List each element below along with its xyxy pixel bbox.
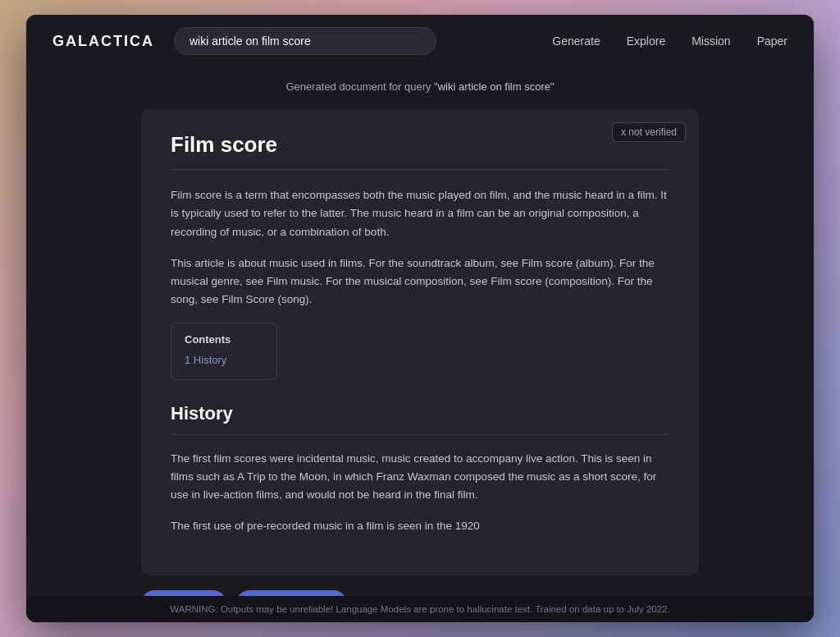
warning-text: WARNING: Outputs may be unreliable! Lang… bbox=[170, 604, 669, 614]
header: GALACTICA Generate Explore Mission Paper bbox=[26, 15, 814, 67]
contents-title: Contents bbox=[185, 333, 263, 346]
contents-box: Contents 1 History bbox=[171, 323, 277, 380]
contents-item-history[interactable]: 1 History bbox=[185, 354, 263, 366]
top-nav: Generate Explore Mission Paper bbox=[552, 34, 788, 48]
warning-bar: WARNING: Outputs may be unreliable! Lang… bbox=[26, 596, 814, 622]
contents-item-label: History bbox=[194, 354, 226, 366]
nav-generate[interactable]: Generate bbox=[552, 34, 600, 48]
contents-item-number: 1 bbox=[185, 354, 190, 366]
badge-label: x not verified bbox=[621, 126, 677, 138]
article-title: Film score bbox=[171, 132, 669, 158]
generate-more-button[interactable]: Generate more bbox=[236, 590, 347, 596]
search-input[interactable] bbox=[174, 27, 436, 55]
history-paragraph-1: The first film scores were incidental mu… bbox=[171, 450, 669, 505]
query-label: Generated document for query "wiki artic… bbox=[285, 80, 554, 93]
history-heading: History bbox=[171, 403, 669, 424]
article-title-divider bbox=[171, 169, 669, 170]
query-label-prefix: Generated document for query bbox=[285, 80, 434, 93]
nav-explore[interactable]: Explore bbox=[627, 34, 665, 48]
logo: GALACTICA bbox=[52, 33, 154, 50]
nav-paper[interactable]: Paper bbox=[757, 34, 788, 48]
document-card: x not verified Film score Film score is … bbox=[141, 109, 699, 575]
main-content: Generated document for query "wiki artic… bbox=[26, 67, 814, 596]
history-divider bbox=[171, 434, 669, 435]
history-paragraph-2: The first use of pre-recorded music in a… bbox=[171, 517, 669, 535]
nav-mission[interactable]: Mission bbox=[692, 34, 730, 48]
not-verified-badge: x not verified bbox=[612, 122, 686, 142]
article-paragraph-1: Film score is a term that encompasses bo… bbox=[171, 186, 669, 241]
footer-buttons: Share link Generate more bbox=[141, 590, 699, 596]
app-window: GALACTICA Generate Explore Mission Paper… bbox=[26, 15, 814, 622]
article-paragraph-2: This article is about music used in film… bbox=[171, 254, 669, 309]
share-link-button[interactable]: Share link bbox=[141, 590, 226, 596]
query-label-value: "wiki article on film score" bbox=[434, 80, 555, 93]
